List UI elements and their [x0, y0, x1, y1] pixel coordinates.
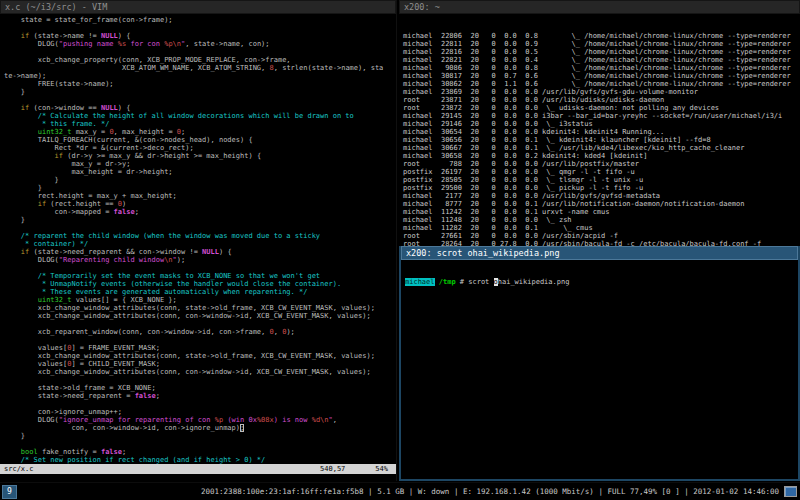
command-after-cursor: hai_wikipedia.png [498, 278, 570, 286]
terminal-scrot-titlebar[interactable]: x200: scrot ohai_wikipedia.png [401, 246, 798, 260]
vim-statusline: src/x.c 540,57 54% [0, 464, 396, 474]
vim-scroll-percent: 54% [375, 464, 396, 474]
display-icon[interactable] [784, 486, 797, 497]
vim-window-titlebar[interactable]: x.c (~/i3/src) - VIM [0, 0, 396, 14]
vim-ruler: 540,57 [320, 464, 375, 474]
workspace-button-9[interactable]: 9 [2, 485, 17, 499]
window-terminal-ps: x200: ~ michael 22806 20 0 0.0 0.8 \_ /h… [399, 0, 800, 246]
terminal-scrot-content[interactable]: michael /tmp # scrot ohai_wikipedia.png [401, 260, 798, 302]
prompt-cwd: /tmp [439, 278, 456, 286]
vim-filename: src/x.c [0, 464, 34, 474]
i3-desktop: x.c (~/i3/src) - VIM state = state_for_f… [0, 0, 800, 500]
shell-prompt-bottom: michael /tmp # scrot ohai_wikipedia.png [405, 278, 798, 286]
status-text: 2001:2388:100e:23:1af:16ff:fe1a:f5b8 | 5… [201, 487, 779, 496]
window-terminal-scrot: x200: scrot ohai_wikipedia.png michael /… [399, 246, 800, 481]
prompt-user: michael [405, 278, 435, 286]
window-vim: x.c (~/i3/src) - VIM state = state_for_f… [0, 0, 397, 481]
terminal-ps-titlebar[interactable]: x200: ~ [399, 0, 800, 14]
i3bar: 9 2001:2388:100e:23:1af:16ff:fe1a:f5b8 |… [0, 482, 800, 500]
vim-buffer[interactable]: state = state_for_frame(con->frame); if … [0, 14, 396, 464]
process-list: michael 22806 20 0 0.0 0.8 \_ /home/mich… [403, 32, 800, 248]
command-before-cursor: scrot [468, 278, 493, 286]
